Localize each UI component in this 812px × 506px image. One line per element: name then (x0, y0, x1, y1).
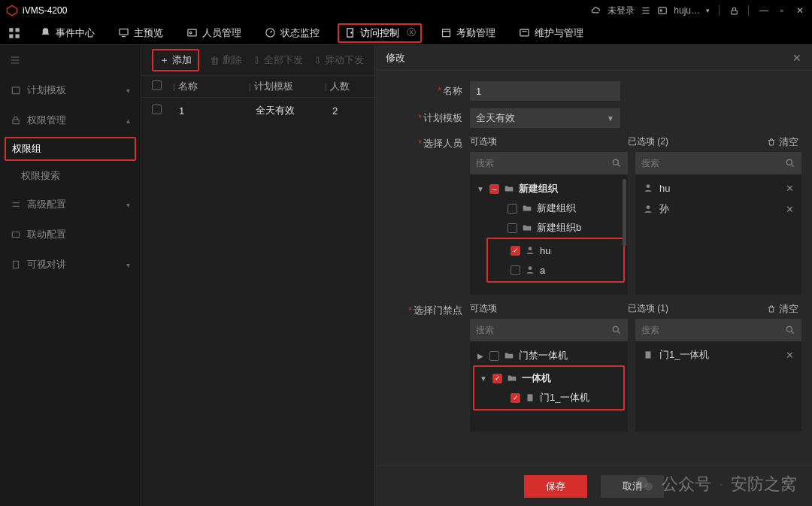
nav-preview[interactable]: 主预览 (113, 23, 168, 43)
checkbox[interactable] (511, 246, 520, 256)
deploy-all-button[interactable]: ⇩ 全部下发 (253, 53, 303, 67)
nav-event-center[interactable]: 事件中心 (35, 23, 99, 43)
doors-selected-box: 门1_一体机 ✕ (635, 319, 801, 432)
tree-node-person-a[interactable]: a (489, 260, 622, 280)
scrollbar[interactable] (623, 179, 626, 247)
search-input[interactable] (476, 325, 592, 335)
link-icon (11, 229, 21, 240)
checkbox[interactable] (489, 184, 499, 194)
row-checkbox[interactable] (152, 105, 170, 117)
checkbox[interactable] (508, 204, 517, 214)
search-doors-selected[interactable] (635, 319, 801, 341)
checkbox[interactable] (511, 265, 520, 275)
tree-node-device1[interactable]: ▶ 门禁一体机 (473, 346, 625, 365)
add-button[interactable]: ＋ 添加 (152, 49, 199, 71)
expand-icon[interactable]: ▼ (476, 185, 485, 193)
expand-icon[interactable]: ▶ (476, 352, 485, 360)
folder-icon (504, 183, 514, 194)
checkbox[interactable] (511, 393, 520, 403)
cancel-button[interactable]: 取消 (601, 475, 664, 498)
nav-access-control[interactable]: 访问控制 ⓧ (338, 23, 422, 43)
svg-point-18 (350, 32, 351, 33)
selected-label: 已选项 (1) (628, 302, 668, 316)
sidebar-item-permission-mgmt[interactable]: 权限管理 (0, 105, 141, 135)
checkbox[interactable] (489, 351, 499, 361)
select-plan[interactable]: 全天有效 ▼ (470, 108, 620, 128)
col-count[interactable]: 人数 (330, 80, 375, 93)
maximize-button[interactable]: ▫ (776, 5, 788, 16)
svg-rect-42 (528, 394, 533, 401)
form-row-name: *名称 (386, 81, 801, 101)
selected-item[interactable]: hu ✕ (638, 177, 798, 198)
nav-status-monitor[interactable]: 状态监控 (259, 23, 324, 43)
checkbox[interactable] (508, 223, 517, 233)
checkbox[interactable] (492, 374, 502, 383)
lock-icon[interactable] (729, 5, 739, 16)
remove-icon[interactable]: ✕ (786, 204, 794, 215)
tree-node-person-hu[interactable]: hu (489, 241, 622, 260)
sidebar-collapse[interactable] (0, 45, 141, 75)
search-input[interactable] (641, 325, 765, 335)
doors-tree: ▶ 门禁一体机 ▼ 一体机 (470, 341, 628, 432)
selected-doors-list: 门1_一体机 ✕ (635, 341, 801, 368)
sidebar-item-intercom[interactable]: 可视对讲 (0, 250, 141, 280)
remove-icon[interactable]: ✕ (786, 350, 794, 361)
user-card-icon[interactable] (657, 5, 668, 16)
bell-icon (39, 27, 51, 39)
login-state[interactable]: 未登录 (607, 5, 635, 17)
save-button[interactable]: 保存 (524, 475, 587, 498)
sidebar-label: 可视对讲 (27, 258, 66, 271)
close-button[interactable]: ✕ (794, 5, 806, 16)
nav-attendance[interactable]: 考勤管理 (435, 23, 500, 43)
search-persons-selected[interactable] (635, 152, 801, 174)
nav-person-mgmt[interactable]: 人员管理 (181, 23, 246, 43)
tab-close-icon[interactable]: ⓧ (407, 26, 416, 39)
svg-rect-26 (12, 87, 19, 94)
selected-item[interactable]: 门1_一体机 ✕ (638, 344, 798, 365)
tree-node-door1[interactable]: 门1_一体机 (476, 388, 622, 408)
expand-icon[interactable]: ▼ (479, 374, 488, 383)
search-input[interactable] (641, 158, 765, 168)
panel-header: 修改 ✕ (375, 45, 812, 71)
cell-name: 1 (179, 105, 247, 117)
current-user[interactable]: huju… (674, 5, 700, 16)
minimize-button[interactable]: — (758, 5, 770, 16)
sidebar-item-advanced[interactable]: 高级配置 (0, 189, 141, 220)
clear-persons-button[interactable]: 清空 (767, 135, 798, 149)
svg-point-36 (786, 159, 792, 165)
sidebar-item-linkage[interactable]: 联动配置 (0, 220, 141, 250)
titlebar-left: iVMS-4200 (6, 5, 67, 17)
selected-item[interactable]: 孙 ✕ (638, 198, 798, 220)
cloud-icon[interactable] (591, 5, 601, 16)
col-plan[interactable]: 计划模板 (254, 80, 322, 93)
panel-close-button[interactable]: ✕ (792, 52, 801, 64)
sidebar-sub-permission-group[interactable]: 权限组 (5, 137, 136, 161)
sidebar-item-schedule[interactable]: 计划模板 (0, 75, 141, 105)
folder-icon (507, 373, 517, 383)
persons-tree: ▼ 新建组织 新建组织 (470, 174, 628, 295)
home-grid-icon[interactable] (8, 26, 21, 40)
item-label: 门1_一体机 (659, 348, 709, 362)
sidebar-label: 高级配置 (27, 198, 66, 211)
deploy-change-button[interactable]: ⇩ 异动下发 (314, 53, 364, 67)
tree-node-org2[interactable]: 新建组织b (473, 218, 625, 238)
search-input[interactable] (476, 158, 592, 168)
tool-label: 删除 (223, 53, 242, 67)
input-name[interactable] (470, 81, 620, 101)
user-caret[interactable]: ▾ (706, 7, 710, 14)
selected-label: 已选项 (2) (628, 135, 668, 149)
search-persons-available[interactable] (470, 152, 628, 174)
remove-icon[interactable]: ✕ (786, 183, 794, 194)
titlebar: iVMS-4200 未登录 huju… ▾ — ▫ ✕ (0, 0, 812, 21)
delete-button[interactable]: 🗑 删除 (210, 53, 242, 67)
tree-node-device2[interactable]: ▼ 一体机 (476, 368, 622, 388)
clear-doors-button[interactable]: 清空 (767, 302, 798, 316)
list-icon[interactable] (641, 5, 651, 16)
sidebar-sub-permission-search[interactable]: 权限搜索 (0, 162, 141, 189)
tree-node-org1[interactable]: 新建组织 (473, 198, 625, 218)
select-all-checkbox[interactable] (152, 80, 170, 92)
col-name[interactable]: 名称 (178, 80, 246, 93)
nav-maintenance[interactable]: 维护与管理 (514, 23, 588, 43)
search-doors-available[interactable] (470, 319, 628, 341)
tree-node-org-root[interactable]: ▼ 新建组织 (473, 179, 625, 198)
